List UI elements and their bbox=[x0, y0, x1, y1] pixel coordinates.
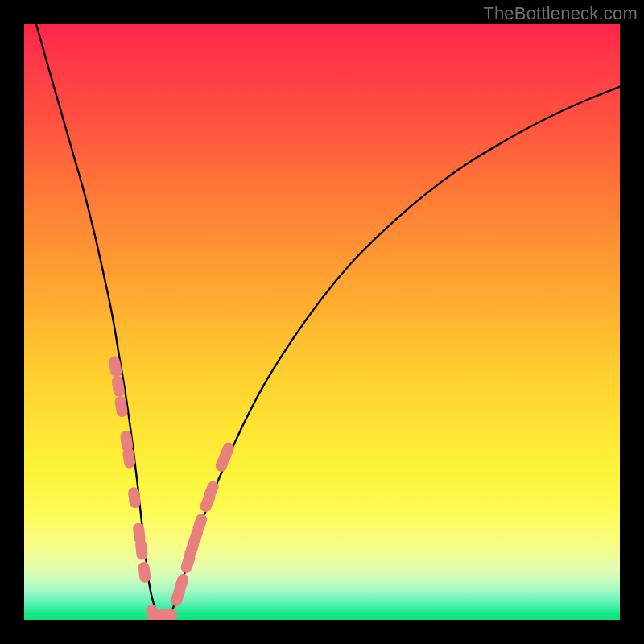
pink-marker-group bbox=[108, 356, 236, 620]
pink-marker bbox=[127, 487, 141, 510]
pink-marker bbox=[138, 561, 151, 584]
plot-area bbox=[24, 24, 620, 620]
pink-marker bbox=[134, 539, 148, 560]
outer-frame: TheBottleneck.com bbox=[0, 0, 644, 644]
watermark-text: TheBottleneck.com bbox=[483, 3, 638, 24]
chart-svg bbox=[24, 24, 620, 620]
bottleneck-curve bbox=[24, 24, 620, 618]
pink-marker bbox=[157, 609, 178, 620]
